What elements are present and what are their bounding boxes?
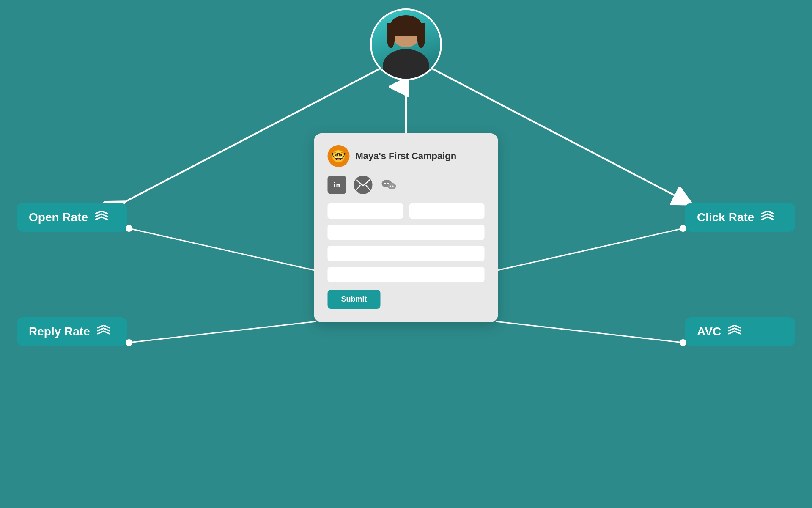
card-header: 🤓 Maya's First Campaign: [328, 145, 485, 167]
open-rate-label: Open Rate: [29, 211, 88, 224]
click-rate-icon: [760, 211, 775, 224]
card-avatar-icon: 🤓: [328, 145, 350, 167]
form-field-firstname[interactable]: [328, 203, 403, 219]
form-field-message[interactable]: [328, 267, 485, 282]
dot-open-rate: [126, 225, 132, 232]
svg-point-18: [392, 186, 394, 187]
email-icon: [354, 176, 373, 194]
reply-rate-icon: [96, 325, 111, 338]
reply-rate-box: Reply Rate: [17, 317, 127, 346]
campaign-title: Maya's First Campaign: [356, 151, 457, 162]
submit-button[interactable]: Submit: [328, 290, 381, 309]
social-icons-row: [328, 176, 485, 194]
svg-line-6: [496, 321, 683, 343]
open-rate-box: Open Rate: [17, 203, 127, 232]
avc-box: AVC: [685, 317, 795, 346]
reply-rate-label: Reply Rate: [29, 325, 90, 338]
svg-rect-8: [334, 184, 335, 187]
form-field-company[interactable]: [328, 246, 485, 261]
svg-point-14: [384, 183, 386, 184]
dot-avc: [680, 339, 686, 346]
avatar-hair: [390, 15, 422, 36]
form-field-lastname[interactable]: [409, 203, 485, 219]
open-rate-icon: [94, 211, 109, 224]
diagram-container: 🤓 Maya's First Campaign: [0, 0, 812, 508]
avc-label: AVC: [697, 325, 721, 338]
svg-point-16: [388, 183, 396, 189]
avatar: [370, 8, 442, 80]
dot-click-rate: [680, 225, 686, 232]
svg-line-5: [496, 228, 683, 271]
dot-reply-rate: [126, 339, 132, 346]
linkedin-icon: [328, 176, 346, 194]
click-rate-label: Click Rate: [697, 211, 754, 224]
svg-point-9: [334, 182, 335, 183]
form-field-email[interactable]: [328, 225, 485, 240]
wechat-icon: [380, 176, 399, 194]
click-rate-box: Click Rate: [685, 203, 795, 232]
svg-point-17: [390, 186, 391, 187]
campaign-card: 🤓 Maya's First Campaign: [314, 133, 498, 322]
avatar-face: [372, 10, 440, 79]
svg-line-3: [129, 228, 316, 271]
avc-icon: [727, 325, 742, 338]
svg-line-4: [129, 321, 316, 343]
form-row-1: [328, 203, 485, 219]
